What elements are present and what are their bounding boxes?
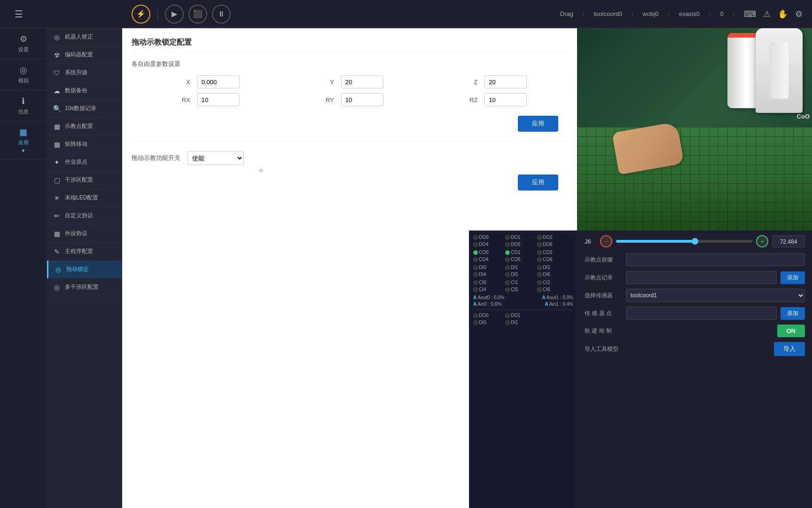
function-toggle-select[interactable]: 使能 禁能 [187,151,244,165]
ci2-item[interactable]: CI2 [537,280,568,285]
trajectory-on-button[interactable]: ON [777,325,805,337]
bottom-di0-item[interactable]: DI0 [473,320,504,325]
teach-record-add-button[interactable]: 添加 [781,271,805,284]
toolcoord-label[interactable]: toolcoord0 [593,10,622,17]
power-button[interactable]: ⚡ [132,5,150,24]
sensor-point-add-button[interactable]: 添加 [781,307,805,320]
sidebar-item-robot-calib[interactable]: ◎ 机器人矫正 [47,28,122,46]
rx-label: RX [141,96,193,103]
sidebar-item-info[interactable]: ℹ 信息 [0,90,47,121]
ci4-item[interactable]: CI4 [473,287,504,292]
ci6-item[interactable]: CI6 [537,287,568,292]
aout0: A Aout0 : 0.0% [473,295,505,300]
co5-item[interactable]: CO5 [505,257,536,262]
sidebar-item-drag-lock[interactable]: ◎ 拖动锁定 [47,261,122,278]
do4-item[interactable]: DO4 [473,242,504,247]
bottom-do0-item[interactable]: DO0 [473,313,504,318]
bottom-di1-item[interactable]: DI1 [505,320,536,325]
play-button[interactable]: ▶ [165,5,184,24]
trajectory-row: 轨 迹 绘 制 ON [585,325,805,337]
sidebar-item-matrix-move[interactable]: ▦ 矩阵移动 [47,135,122,153]
wobj-label[interactable]: wobj0 [643,10,659,17]
do2-item[interactable]: DO2 [537,235,568,240]
settings-icon[interactable]: ⚙ [795,9,803,19]
sidebar-item-custom-protocol[interactable]: ✏ 自定义协议 [47,207,122,225]
co1-item[interactable]: CO1 [505,250,536,255]
sidebar-item-encoder[interactable]: ☢ 编码器配置 [47,46,122,64]
co6-item[interactable]: CO6 [537,257,568,262]
co0-label: CO0 [479,250,489,255]
j6-slider-track[interactable] [616,240,752,243]
sidebar-item-multi-interference[interactable]: ◎ 多干涉区配置 [47,278,122,296]
ci1-item[interactable]: CI1 [505,280,536,285]
teach-prefix-input[interactable] [626,253,805,266]
sidebar-item-data-backup[interactable]: ☁ 数据备份 [47,82,122,100]
sidebar-item-app[interactable]: ▦ 应用 ▼ [0,121,47,159]
bottom-do1-item[interactable]: DO1 [505,313,536,318]
sidebar-item-settings[interactable]: ⚙ 设置 [0,28,47,59]
ci2-led [537,280,542,285]
sidebar-item-main-program[interactable]: ✎ 主程序配置 [47,243,122,261]
do6-label: DO6 [543,242,553,247]
z-input[interactable] [484,75,527,88]
item-label: 示教点配置 [65,122,93,130]
co6-led [537,257,542,262]
do6-item[interactable]: DO6 [537,242,568,247]
keyboard-icon[interactable]: ⌨ [744,9,756,19]
params-apply-button[interactable]: 应用 [518,116,558,132]
exaxis-label[interactable]: exaxis0 [679,10,700,17]
ry-input[interactable] [341,93,383,106]
ci5-item[interactable]: CI5 [505,287,536,292]
sidebar-item-interference[interactable]: ▢ 干涉区配置 [47,171,122,189]
co5-led [505,257,510,262]
sidebar-item-system-upgrade[interactable]: 🛡 系统升级 [47,64,122,82]
di0-item[interactable]: DI0 [473,265,504,270]
menu-icon[interactable]: ☰ [0,8,38,20]
y-input[interactable] [341,75,383,88]
sidebar-item-work-origin[interactable]: ✦ 作业原点 [47,153,122,171]
sidebar-item-10s-data[interactable]: 🔍 10s数据记录 [47,100,122,118]
do1-item[interactable]: DO1 [505,235,536,240]
co4-item[interactable]: CO4 [473,257,504,262]
sidebar-item-led[interactable]: ✳ 末端LED配置 [47,189,122,207]
co0-item[interactable]: CO0 [473,250,504,255]
di1-item[interactable]: DI1 [505,265,536,270]
info-icon: ℹ [22,96,25,106]
stop-button[interactable]: ⬛ [188,5,207,24]
co-row: CO0 CO1 CO2 [473,250,573,255]
aout1-label: Aout1 : 0.0% [547,295,573,300]
di4-item[interactable]: DI4 [473,272,504,277]
do5-led [505,242,510,247]
co1-led [505,250,510,255]
cloud-icon: ☁ [53,87,61,95]
co2-item[interactable]: CO2 [537,250,568,255]
di2-item[interactable]: DI2 [537,265,568,270]
j6-minus-button[interactable]: − [600,235,612,247]
top-right-info: Drag | toolcoord0 | wobj0 | exaxis0 | 0 … [560,9,812,19]
toggle-apply-button[interactable]: 应用 [518,175,558,190]
warning-icon[interactable]: ⚠ [763,9,771,19]
pause-button[interactable]: ⏸ [212,5,231,24]
import-model-button[interactable]: 导入 [774,342,805,356]
hand-icon[interactable]: ✋ [778,9,788,19]
sensor-select[interactable]: toolcoord0 toolcoord1 toolcoord2 [626,289,805,302]
rx-input[interactable] [197,93,240,106]
rz-input[interactable] [484,93,527,106]
teach-record-input[interactable] [626,271,777,284]
sensor-point-input[interactable] [626,307,777,320]
sidebar-item-simulation[interactable]: ◎ 模拟 [0,59,47,90]
sidebar-item-external-protocol[interactable]: ▦ 外设协议 [47,225,122,243]
bottom-di0-label: DI0 [479,320,486,325]
sidebar-item-teach-config[interactable]: ▦ 示教点配置 [47,118,122,135]
j6-plus-button[interactable]: + [756,235,768,247]
di5-item[interactable]: DI5 [505,272,536,277]
di6-item[interactable]: DI6 [537,272,568,277]
item-label: 主程序配置 [65,247,93,255]
do1-led [505,235,510,240]
aout1-icon: A [542,295,546,300]
x-input[interactable] [197,75,240,88]
ci0-item[interactable]: CI0 [473,280,504,285]
do0-item[interactable]: DO0 [473,235,504,240]
x-label: X [141,79,193,86]
do5-item[interactable]: DO5 [505,242,536,247]
